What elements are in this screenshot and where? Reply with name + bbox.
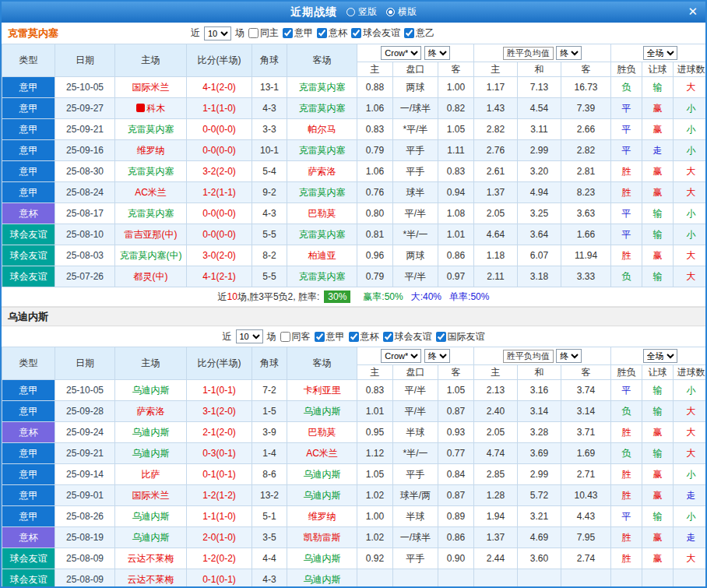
home-team-link[interactable]: 维罗纳: [137, 145, 165, 156]
odds-company-select[interactable]: Crow*: [381, 349, 421, 363]
home-team-link[interactable]: 雷吉亚那(中): [125, 229, 178, 240]
match-date: 25-10-05: [55, 380, 115, 401]
home-team-cell: 云达不莱梅: [115, 569, 187, 588]
filter-option-0[interactable]: 同客: [280, 330, 311, 343]
away-team-link[interactable]: 克雷莫内塞: [299, 82, 346, 93]
odds-stage-select[interactable]: 终: [424, 46, 450, 60]
home-team-link[interactable]: 云达不莱梅: [128, 574, 174, 585]
match-count-select[interactable]: 10: [236, 329, 263, 343]
home-team-link[interactable]: AC米兰: [135, 187, 167, 198]
odds-stage-select[interactable]: 终: [424, 349, 450, 363]
away-team-link[interactable]: 萨索洛: [308, 166, 336, 177]
col-handicap-result: 让球: [642, 62, 674, 77]
filter-bar: 近10场同主意甲意杯球会友谊意乙: [191, 26, 434, 40]
away-team-link[interactable]: 克雷莫内塞: [299, 145, 346, 156]
filter-checkbox[interactable]: [283, 28, 293, 38]
filter-checkbox[interactable]: [280, 332, 290, 342]
period-select[interactable]: 全场: [643, 46, 677, 60]
home-team-link[interactable]: 乌迪内斯: [132, 385, 170, 396]
odds-controls: Crow* 终: [357, 347, 474, 365]
layout-radio-horizontal[interactable]: 横版: [386, 5, 417, 19]
away-odds: 1.11: [438, 140, 474, 161]
filter-checkbox[interactable]: [349, 332, 359, 342]
filter-option-1[interactable]: 意甲: [283, 26, 313, 40]
away-team-link[interactable]: AC米兰: [306, 448, 338, 459]
home-team-link[interactable]: 乌迪内斯: [132, 427, 170, 438]
home-team-link[interactable]: 国际米兰: [132, 82, 170, 93]
filter-option-3[interactable]: 球会友谊: [351, 26, 400, 40]
away-team-link[interactable]: 柏迪亚: [308, 250, 336, 261]
wdl-controls: 胜平负均值 终: [474, 347, 611, 365]
away-team-link[interactable]: 巴勒莫: [308, 427, 336, 438]
handicap-result-flag: 输: [642, 77, 674, 98]
home-team-link[interactable]: 乌迪内斯: [132, 511, 170, 522]
home-team-link[interactable]: 克雷莫内塞: [128, 166, 174, 177]
match-row: 意甲25-08-26乌迪内斯1-1(1-0)5-1维罗纳1.00半球0.891.…: [2, 506, 707, 527]
filter-checkbox[interactable]: [404, 28, 414, 38]
filter-option-3[interactable]: 球会友谊: [383, 330, 432, 343]
red-badge-icon: [136, 104, 145, 112]
wdl-stage-select[interactable]: 终: [556, 349, 582, 363]
home-team-link[interactable]: 乌迪内斯: [132, 532, 170, 543]
filter-checkbox[interactable]: [315, 332, 325, 342]
odds-company-select[interactable]: Crow*: [381, 46, 421, 60]
filter-checkbox[interactable]: [436, 332, 446, 342]
period-select[interactable]: 全场: [643, 349, 677, 363]
home-team-link[interactable]: 萨索洛: [137, 406, 165, 417]
away-team-link[interactable]: 卡利亚里: [304, 385, 341, 396]
home-odds: 0.79: [357, 266, 393, 287]
filter-checkbox[interactable]: [383, 332, 393, 342]
away-team-link[interactable]: 乌迪内斯: [304, 574, 341, 585]
home-team-link[interactable]: 乌迪内斯: [132, 448, 170, 459]
away-odds: 1.08: [438, 203, 474, 224]
panel-title: 近期战绩: [290, 5, 337, 19]
filter-option-2[interactable]: 意杯: [349, 330, 379, 343]
handicap-result-flag: 赢: [642, 485, 674, 506]
away-team-link[interactable]: 克雷莫内塞: [299, 187, 346, 198]
home-odds: 0.81: [357, 224, 393, 245]
match-date: 25-09-28: [55, 401, 115, 422]
filter-option-2[interactable]: 意杯: [317, 26, 347, 40]
home-team-link[interactable]: 克雷莫内塞(中): [120, 250, 182, 261]
home-team-link[interactable]: 比萨: [142, 469, 160, 480]
filter-option-1[interactable]: 意甲: [315, 330, 345, 343]
handicap-result-flag: 输: [642, 401, 674, 422]
filter-option-4[interactable]: 国际友谊: [436, 330, 485, 343]
match-count-select[interactable]: 10: [204, 26, 231, 40]
away-team-link[interactable]: 克雷莫内塞: [299, 229, 346, 240]
home-team-link[interactable]: 科木: [147, 103, 166, 114]
away-team-link[interactable]: 乌迪内斯: [304, 469, 341, 480]
filter-option-0[interactable]: 同主: [248, 26, 279, 40]
handicap-line: 半球: [393, 506, 438, 527]
col-home: 主场: [115, 44, 187, 77]
layout-radio-vertical[interactable]: 竖版: [346, 5, 377, 19]
filter-checkbox[interactable]: [351, 28, 361, 38]
filter-checkbox[interactable]: [248, 28, 259, 38]
home-team-link[interactable]: 都灵(中): [134, 271, 168, 282]
wdl-stage-select[interactable]: 终: [556, 46, 582, 60]
away-team-link[interactable]: 凯勒雷斯: [304, 532, 341, 543]
filter-checkbox[interactable]: [317, 28, 327, 38]
filter-label: 意杯: [329, 26, 347, 40]
away-team-link[interactable]: 克雷莫内塞: [299, 103, 346, 114]
home-team-link[interactable]: 克雷莫内塞: [128, 124, 174, 135]
away-team-link[interactable]: 乌迪内斯: [304, 553, 341, 564]
away-odds: 0.89: [438, 506, 474, 527]
home-team-link[interactable]: 云达不莱梅: [128, 553, 174, 564]
avg-draw-odds: 5.72: [518, 485, 561, 506]
result-flag: 胜: [611, 245, 642, 266]
match-row: 球会友谊25-07-26都灵(中)4-1(2-1)5-5克雷莫内塞0.79平/半…: [2, 266, 707, 287]
away-team-link[interactable]: 维罗纳: [308, 511, 336, 522]
home-odds: 1.06: [357, 98, 393, 119]
close-icon[interactable]: ✕: [688, 5, 698, 19]
avg-lose-odds: 16.73: [561, 77, 611, 98]
home-team-link[interactable]: 克雷莫内塞: [128, 208, 174, 219]
away-team-link[interactable]: 帕尔马: [308, 124, 336, 135]
away-team-link[interactable]: 克雷莫内塞: [299, 271, 346, 282]
away-team-link[interactable]: 乌迪内斯: [304, 490, 341, 501]
away-team-link[interactable]: 巴勒莫: [308, 208, 336, 219]
away-team-link[interactable]: 乌迪内斯: [304, 406, 341, 417]
match-score: 2-0(1-0): [187, 527, 252, 548]
filter-option-4[interactable]: 意乙: [404, 26, 434, 40]
home-team-link[interactable]: 国际米兰: [132, 490, 170, 501]
